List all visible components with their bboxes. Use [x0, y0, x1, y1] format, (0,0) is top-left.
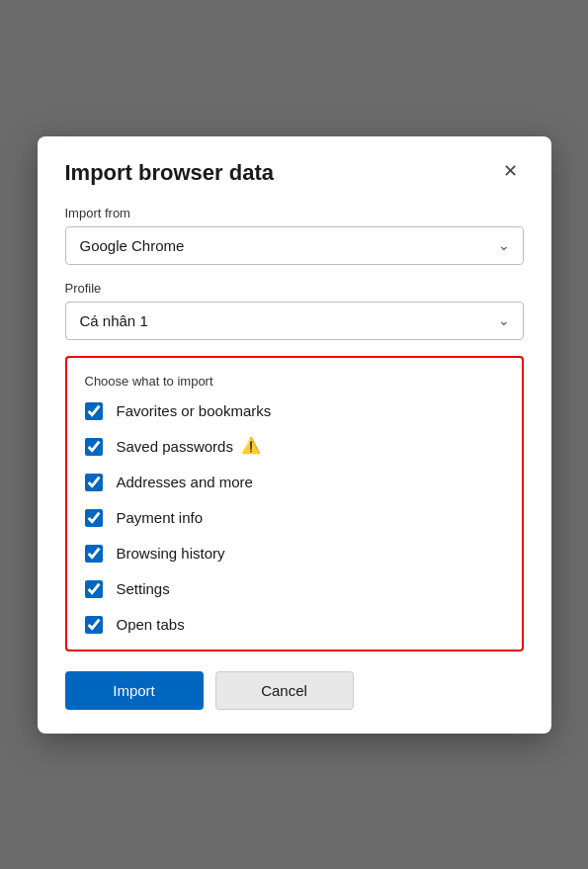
- tabs-label[interactable]: Open tabs: [117, 616, 185, 633]
- passwords-label[interactable]: Saved passwords ⚠️: [117, 438, 259, 456]
- passwords-checkbox[interactable]: [85, 438, 103, 456]
- tabs-checkbox[interactable]: [85, 616, 103, 634]
- dialog-title: Import browser data: [65, 160, 274, 186]
- list-item: Browsing history: [85, 545, 504, 563]
- dialog-header: Import browser data ✕: [65, 160, 524, 186]
- import-from-select[interactable]: Google Chrome: [65, 226, 524, 265]
- warning-icon: ⚠️: [241, 438, 259, 456]
- profile-wrapper: Cá nhân 1 ⌄: [65, 302, 524, 340]
- addresses-label[interactable]: Addresses and more: [117, 474, 253, 490]
- payment-checkbox[interactable]: [85, 509, 103, 527]
- import-section: Choose what to import Favorites or bookm…: [65, 356, 524, 652]
- settings-checkbox[interactable]: [85, 580, 103, 598]
- profile-select[interactable]: Cá nhân 1: [65, 302, 524, 340]
- import-dialog: Import browser data ✕ Import from Google…: [38, 136, 551, 734]
- dialog-footer: Import Cancel: [65, 671, 524, 710]
- list-item: Open tabs: [85, 616, 504, 634]
- profile-label: Profile: [65, 281, 524, 296]
- import-button[interactable]: Import: [65, 671, 204, 710]
- list-item: Saved passwords ⚠️: [85, 438, 504, 456]
- import-from-label: Import from: [65, 206, 524, 220]
- addresses-checkbox[interactable]: [85, 474, 103, 491]
- section-label: Choose what to import: [85, 374, 504, 389]
- favorites-label[interactable]: Favorites or bookmarks: [117, 402, 272, 419]
- cancel-button[interactable]: Cancel: [215, 671, 354, 710]
- settings-label[interactable]: Settings: [117, 580, 170, 597]
- payment-label[interactable]: Payment info: [117, 509, 204, 526]
- import-from-wrapper: Google Chrome ⌄: [65, 226, 524, 265]
- history-checkbox[interactable]: [85, 545, 103, 563]
- list-item: Settings: [85, 580, 504, 598]
- history-label[interactable]: Browsing history: [117, 545, 225, 562]
- close-button[interactable]: ✕: [497, 160, 524, 182]
- favorites-checkbox[interactable]: [85, 402, 103, 420]
- list-item: Favorites or bookmarks: [85, 402, 504, 420]
- list-item: Addresses and more: [85, 474, 504, 491]
- list-item: Payment info: [85, 509, 504, 527]
